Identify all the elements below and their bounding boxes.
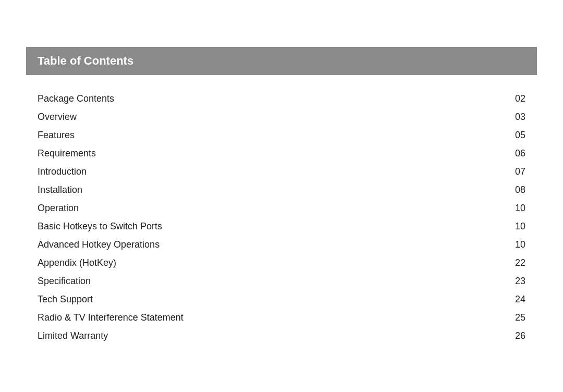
toc-entry[interactable]: Radio & TV Interference Statement25	[38, 309, 525, 327]
toc-entry[interactable]: Overview03	[38, 108, 525, 126]
toc-entry-label: Tech Support	[38, 294, 93, 305]
toc-entry-page: 10	[505, 203, 525, 214]
toc-entry[interactable]: Introduction07	[38, 163, 525, 181]
toc-entry-label: Specification	[38, 276, 91, 287]
toc-entry-page: 07	[505, 166, 525, 177]
toc-header: Table of Contents	[26, 47, 537, 75]
toc-title: Table of Contents	[38, 54, 133, 67]
toc-entry[interactable]: Requirements06	[38, 144, 525, 163]
toc-entries: Package Contents02Overview03Features05Re…	[26, 90, 537, 345]
toc-entry-label: Installation	[38, 185, 82, 195]
toc-entry-page: 25	[505, 312, 525, 323]
toc-entry-label: Operation	[38, 203, 79, 214]
toc-entry-page: 03	[505, 112, 525, 123]
toc-entry-page: 26	[505, 330, 525, 341]
toc-entry[interactable]: Appendix (HotKey)22	[38, 254, 525, 272]
toc-entry[interactable]: Limited Warranty26	[38, 327, 525, 345]
toc-entry-page: 10	[505, 239, 525, 250]
toc-entry-label: Basic Hotkeys to Switch Ports	[38, 221, 162, 232]
toc-entry-label: Overview	[38, 112, 77, 123]
toc-entry-label: Limited Warranty	[38, 330, 108, 341]
toc-entry[interactable]: Installation08	[38, 181, 525, 199]
toc-entry-label: Appendix (HotKey)	[38, 258, 116, 268]
toc-entry-page: 06	[505, 148, 525, 159]
toc-entry-page: 23	[505, 276, 525, 287]
toc-entry-page: 22	[505, 258, 525, 268]
toc-entry[interactable]: Basic Hotkeys to Switch Ports10	[38, 217, 525, 236]
toc-entry-label: Requirements	[38, 148, 96, 159]
toc-entry-label: Radio & TV Interference Statement	[38, 312, 183, 323]
toc-entry[interactable]: Specification23	[38, 272, 525, 290]
toc-entry-label: Advanced Hotkey Operations	[38, 239, 160, 250]
toc-entry-label: Introduction	[38, 166, 87, 177]
page-container: Table of Contents Package Contents02Over…	[26, 47, 537, 345]
toc-entry[interactable]: Operation10	[38, 199, 525, 217]
toc-entry-page: 02	[505, 93, 525, 104]
toc-entry-page: 05	[505, 130, 525, 141]
toc-entry-page: 24	[505, 294, 525, 305]
toc-entry[interactable]: Package Contents02	[38, 90, 525, 108]
toc-entry[interactable]: Advanced Hotkey Operations10	[38, 236, 525, 254]
toc-entry-page: 10	[505, 221, 525, 232]
toc-entry[interactable]: Tech Support24	[38, 290, 525, 309]
toc-entry-page: 08	[505, 185, 525, 195]
toc-entry-label: Features	[38, 130, 75, 141]
toc-entry[interactable]: Features05	[38, 126, 525, 144]
toc-entry-label: Package Contents	[38, 93, 114, 104]
